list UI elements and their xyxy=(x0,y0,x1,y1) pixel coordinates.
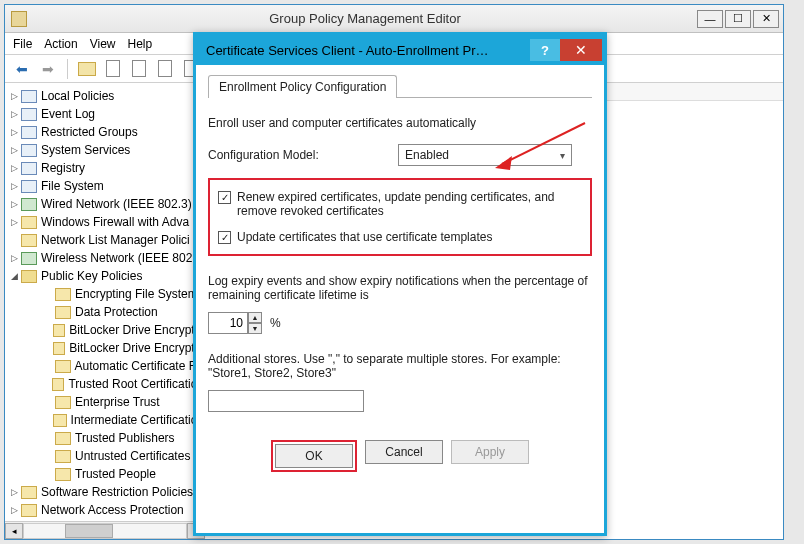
tree-item-label: Registry xyxy=(41,161,85,175)
tree-expander-icon[interactable]: ▷ xyxy=(11,91,21,101)
tree-item-label: Network Access Protection xyxy=(41,503,184,517)
tree-item[interactable]: BitLocker Drive Encryptio xyxy=(5,321,204,339)
sheet-icon xyxy=(21,162,37,175)
tree-item-label: Windows Firewall with Adva xyxy=(41,215,189,229)
tree-expander-icon[interactable]: ▷ xyxy=(11,217,21,227)
tree-item[interactable]: Untrusted Certificates xyxy=(5,447,204,465)
tree-item[interactable]: ▷Event Log xyxy=(5,105,204,123)
tree-item[interactable]: ▷Windows Firewall with Adva xyxy=(5,213,204,231)
cancel-button[interactable]: Cancel xyxy=(365,440,443,464)
dialog-titlebar: Certificate Services Client - Auto-Enrol… xyxy=(196,35,604,65)
tree-item[interactable]: Data Protection xyxy=(5,303,204,321)
minimize-button[interactable]: — xyxy=(697,10,723,28)
tree-item[interactable]: Automatic Certificate Re xyxy=(5,357,204,375)
config-model-combo[interactable]: Enabled xyxy=(398,144,572,166)
tree-item-label: Public Key Policies xyxy=(41,269,142,283)
folder-icon xyxy=(55,306,71,319)
folder-icon xyxy=(55,396,71,409)
intro-text: Enroll user and computer certificates au… xyxy=(208,116,592,130)
menu-help[interactable]: Help xyxy=(128,37,153,51)
folder-icon xyxy=(55,288,71,301)
tree-item-label: Intermediate Certification xyxy=(71,413,204,427)
back-icon[interactable]: ⬅ xyxy=(11,58,33,80)
folder-icon xyxy=(55,360,71,373)
tree-expander-icon[interactable]: ▷ xyxy=(11,199,21,209)
tree-item-label: Data Protection xyxy=(75,305,158,319)
renew-checkbox-label: Renew expired certificates, update pendi… xyxy=(237,190,582,218)
update-templates-label: Update certificates that use certificate… xyxy=(237,230,582,244)
app-icon xyxy=(11,11,27,27)
close-button[interactable]: ✕ xyxy=(753,10,779,28)
sheet-icon xyxy=(21,180,37,193)
tree-expander-icon[interactable]: ▷ xyxy=(11,487,21,497)
tree-item[interactable]: Intermediate Certification xyxy=(5,411,204,429)
sheet-icon xyxy=(21,144,37,157)
tree-view[interactable]: ▷Local Policies▷Event Log▷Restricted Gro… xyxy=(5,83,205,521)
tree-expander-icon[interactable]: ◢ xyxy=(11,271,21,281)
tree-item[interactable]: Trusted Root Certification xyxy=(5,375,204,393)
folder-icon xyxy=(21,216,37,229)
tab-enrollment-policy[interactable]: Enrollment Policy Configuration xyxy=(208,75,397,98)
tree-item[interactable]: Enterprise Trust xyxy=(5,393,204,411)
tree-expander-icon[interactable]: ▷ xyxy=(11,127,21,137)
tree-item-label: Wired Network (IEEE 802.3) P xyxy=(41,197,203,211)
scroll-thumb[interactable] xyxy=(65,524,114,538)
tree-item[interactable]: ▷Restricted Groups xyxy=(5,123,204,141)
scroll-left-button[interactable]: ◂ xyxy=(5,523,23,539)
tree-expander-icon[interactable]: ▷ xyxy=(11,505,21,515)
menu-file[interactable]: File xyxy=(13,37,32,51)
tree-item[interactable]: ▷Software Restriction Policies xyxy=(5,483,204,501)
spin-up-button[interactable]: ▲ xyxy=(248,312,262,323)
dialog-help-button[interactable]: ? xyxy=(530,39,560,61)
tree-item[interactable]: ▷Registry xyxy=(5,159,204,177)
tree-item-label: Restricted Groups xyxy=(41,125,138,139)
tree-item[interactable]: ◢Public Key Policies xyxy=(5,267,204,285)
separator xyxy=(67,59,68,79)
tree-item[interactable]: ▷Wired Network (IEEE 802.3) P xyxy=(5,195,204,213)
tree-item[interactable]: Trusted Publishers xyxy=(5,429,204,447)
ok-button[interactable]: OK xyxy=(275,444,353,468)
tree-item[interactable]: ▷File System xyxy=(5,177,204,195)
tree-item[interactable]: Trusted People xyxy=(5,465,204,483)
export-icon[interactable] xyxy=(154,58,176,80)
scroll-track[interactable] xyxy=(23,523,187,539)
sheet-icon xyxy=(21,108,37,121)
tree-item-label: Automatic Certificate Re xyxy=(75,359,204,373)
tree-expander-icon[interactable]: ▷ xyxy=(11,109,21,119)
tree-item-label: Trusted People xyxy=(75,467,156,481)
folder-icon xyxy=(55,432,71,445)
expiry-percent-spinner[interactable]: ▲ ▼ xyxy=(208,312,262,334)
up-folder-icon[interactable] xyxy=(76,58,98,80)
tree-item[interactable]: ▷Local Policies xyxy=(5,87,204,105)
config-model-label: Configuration Model: xyxy=(208,148,388,162)
update-templates-checkbox[interactable] xyxy=(218,231,231,244)
properties-icon[interactable] xyxy=(102,58,124,80)
tree-expander-icon[interactable]: ▷ xyxy=(11,181,21,191)
maximize-button[interactable]: ☐ xyxy=(725,10,751,28)
dialog-close-button[interactable]: ✕ xyxy=(560,39,602,61)
additional-stores-input[interactable] xyxy=(208,390,364,412)
tree-item[interactable]: Network List Manager Polici xyxy=(5,231,204,249)
folder-icon xyxy=(21,504,37,517)
forward-icon[interactable]: ➡ xyxy=(37,58,59,80)
spin-down-button[interactable]: ▼ xyxy=(248,323,262,334)
tree-expander-icon[interactable]: ▷ xyxy=(11,253,21,263)
tree-item[interactable]: ▷Network Access Protection xyxy=(5,501,204,519)
tree-item[interactable]: BitLocker Drive Encryptio xyxy=(5,339,204,357)
net-icon xyxy=(21,252,37,265)
tree-expander-icon[interactable]: ▷ xyxy=(11,163,21,173)
folderopen-icon xyxy=(21,270,37,283)
tree-item[interactable]: ▷Wireless Network (IEEE 802.1 xyxy=(5,249,204,267)
refresh-icon[interactable] xyxy=(128,58,150,80)
tree-expander-icon[interactable]: ▷ xyxy=(11,145,21,155)
renew-checkbox[interactable] xyxy=(218,191,231,204)
percent-label: % xyxy=(270,316,281,330)
menu-action[interactable]: Action xyxy=(44,37,77,51)
expiry-percent-input[interactable] xyxy=(208,312,248,334)
tree-item-label: Local Policies xyxy=(41,89,114,103)
horizontal-scrollbar[interactable]: ◂ ▸ xyxy=(5,521,205,539)
window-title: Group Policy Management Editor xyxy=(33,11,697,26)
tree-item[interactable]: Encrypting File System xyxy=(5,285,204,303)
menu-view[interactable]: View xyxy=(90,37,116,51)
tree-item[interactable]: ▷System Services xyxy=(5,141,204,159)
